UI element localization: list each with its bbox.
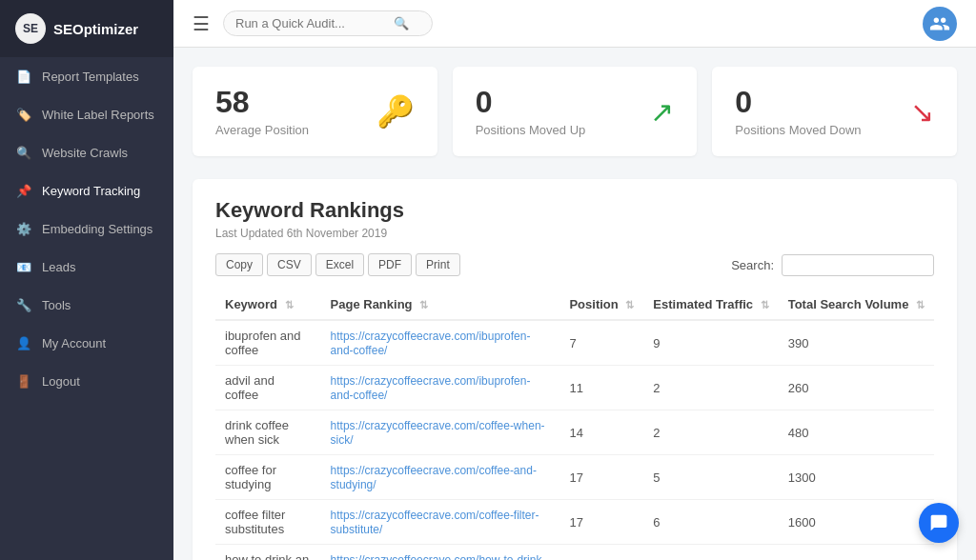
sidebar-label-report-templates: Report Templates [42, 70, 139, 84]
cell-traffic: 2 [643, 545, 778, 560]
sidebar-label-logout: Logout [42, 374, 80, 389]
ranking-link[interactable]: https://crazycoffeecrave.com/how-to-drin… [331, 553, 546, 560]
website-crawls-icon: 🔍 [15, 144, 32, 161]
table-row: coffee filter substitutes https://crazyc… [215, 500, 934, 545]
stat-info-positions-down: 0 Positions Moved Down [735, 86, 861, 137]
sidebar-item-logout[interactable]: 🚪 Logout [0, 362, 173, 400]
stat-info-avg-position: 58 Average Position [215, 86, 309, 137]
logo-area: SE SEOptimizer [0, 0, 173, 57]
user-avatar[interactable] [923, 7, 957, 41]
table-row: drink coffee when sick https://crazycoff… [215, 410, 934, 455]
cell-keyword: drink coffee when sick [215, 410, 321, 455]
ranking-link[interactable]: https://crazycoffeecrave.com/coffee-and-… [331, 464, 537, 491]
export-csv-button[interactable]: CSV [267, 253, 312, 276]
main-area: ☰ 🔍 58 Average Position 🔑 0 Positions Mo… [173, 0, 976, 560]
tools-icon: 🔧 [15, 296, 32, 313]
cell-position: 34 [559, 545, 643, 560]
sort-icon-page-ranking[interactable]: ⇅ [419, 299, 428, 310]
cell-traffic: 6 [643, 500, 778, 545]
search-input[interactable] [235, 16, 388, 30]
key-icon: 🔑 [376, 93, 415, 130]
cell-position: 14 [559, 410, 643, 455]
search-bar: 🔍 [223, 10, 433, 36]
sidebar-item-embedding-settings[interactable]: ⚙️ Embedding Settings [0, 210, 173, 248]
cell-page-ranking: https://crazycoffeecrave.com/coffee-when… [321, 410, 560, 455]
search-label: Search: [731, 258, 774, 272]
col-header-position: Position ⇅ [559, 290, 643, 320]
ranking-link[interactable]: https://crazycoffeecrave.com/coffee-filt… [331, 509, 539, 536]
stat-label-positions-down: Positions Moved Down [735, 123, 861, 137]
arrow-up-icon: ↗ [650, 95, 674, 129]
table-head: Keyword ⇅Page Ranking ⇅Position ⇅Estimat… [215, 290, 934, 320]
cell-traffic: 2 [643, 366, 778, 410]
embedding-settings-icon: ⚙️ [15, 220, 32, 237]
sidebar-label-keyword-tracking: Keyword Tracking [42, 184, 140, 198]
table-row: coffee for studying https://crazycoffeec… [215, 455, 934, 500]
ranking-link[interactable]: https://crazycoffeecrave.com/coffee-when… [331, 419, 545, 447]
sidebar-label-leads: Leads [42, 260, 75, 274]
leads-icon: 📧 [15, 258, 32, 275]
sidebar-item-my-account[interactable]: 👤 My Account [0, 324, 173, 362]
sidebar-label-embedding-settings: Embedding Settings [42, 222, 152, 236]
cell-keyword: how to drink an espresso [215, 545, 321, 560]
sidebar-label-website-crawls: Website Crawls [42, 146, 128, 160]
content-area: 58 Average Position 🔑 0 Positions Moved … [173, 48, 976, 560]
sidebar-item-report-templates[interactable]: 📄 Report Templates [0, 57, 173, 95]
sidebar-label-tools: Tools [42, 298, 71, 312]
table-search-input[interactable] [782, 254, 934, 276]
cell-traffic: 9 [643, 320, 778, 366]
export-pdf-button[interactable]: PDF [368, 253, 412, 276]
export-excel-button[interactable]: Excel [315, 253, 364, 276]
header-right [923, 7, 957, 41]
sidebar-item-website-crawls[interactable]: 🔍 Website Crawls [0, 133, 173, 171]
table-body: ibuprofen and coffee https://crazycoffee… [215, 320, 934, 560]
rankings-section: Keyword Rankings Last Updated 6th Novemb… [193, 179, 957, 560]
stat-label-positions-up: Positions Moved Up [476, 123, 586, 137]
stat-card-positions-down: 0 Positions Moved Down ↘ [712, 67, 957, 156]
cell-traffic: 2 [643, 410, 778, 455]
cell-page-ranking: https://crazycoffeecrave.com/ibuprofen-a… [321, 320, 560, 366]
sidebar-item-tools[interactable]: 🔧 Tools [0, 286, 173, 324]
cell-volume: 480 [779, 410, 934, 455]
sort-icon-estimated-traffic[interactable]: ⇅ [761, 299, 769, 310]
cell-position: 17 [559, 455, 643, 500]
sidebar-item-white-label-reports[interactable]: 🏷️ White Label Reports [0, 95, 173, 133]
my-account-icon: 👤 [15, 334, 32, 351]
table-controls: CopyCSVExcelPDFPrint Search: [215, 253, 934, 276]
cell-page-ranking: https://crazycoffeecrave.com/ibuprofen-a… [321, 366, 560, 410]
cell-page-ranking: https://crazycoffeecrave.com/how-to-drin… [321, 545, 560, 560]
col-header-total-search-volume: Total Search Volume ⇅ [779, 290, 934, 320]
stat-number-avg-position: 58 [215, 86, 309, 119]
logout-icon: 🚪 [15, 372, 32, 390]
header: ☰ 🔍 [173, 0, 976, 48]
sidebar-item-keyword-tracking[interactable]: 📌 Keyword Tracking [0, 171, 173, 210]
cell-position: 17 [559, 500, 643, 545]
stat-cards: 58 Average Position 🔑 0 Positions Moved … [193, 67, 957, 156]
report-templates-icon: 📄 [15, 68, 32, 85]
sort-icon-total-search-volume[interactable]: ⇅ [916, 299, 925, 310]
sidebar-item-leads[interactable]: 📧 Leads [0, 248, 173, 286]
cell-volume: 260 [779, 366, 934, 410]
cell-volume: 390 [779, 320, 934, 366]
keyword-tracking-icon: 📌 [15, 182, 32, 199]
table-search-control: Search: [731, 254, 934, 276]
cell-volume: 1600 [779, 500, 934, 545]
cell-position: 11 [559, 366, 643, 410]
white-label-reports-icon: 🏷️ [15, 106, 32, 123]
sort-icon-keyword[interactable]: ⇅ [285, 299, 294, 310]
ranking-link[interactable]: https://crazycoffeecrave.com/ibuprofen-a… [331, 374, 531, 402]
export-print-button[interactable]: Print [416, 253, 460, 276]
sidebar-label-my-account: My Account [42, 336, 106, 350]
cell-page-ranking: https://crazycoffeecrave.com/coffee-filt… [321, 500, 560, 545]
stat-info-positions-up: 0 Positions Moved Up [476, 86, 586, 137]
ranking-link[interactable]: https://crazycoffeecrave.com/ibuprofen-a… [331, 330, 531, 357]
sort-icon-position[interactable]: ⇅ [625, 299, 634, 310]
export-buttons: CopyCSVExcelPDFPrint [215, 253, 460, 276]
col-header-estimated-traffic: Estimated Traffic ⇅ [643, 290, 778, 320]
hamburger-menu[interactable]: ☰ [193, 12, 210, 35]
logo-icon: SE [15, 13, 46, 44]
arrow-down-icon: ↘ [910, 95, 934, 129]
rankings-subtitle: Last Updated 6th November 2019 [215, 227, 934, 240]
chat-bubble[interactable] [919, 503, 959, 543]
export-copy-button[interactable]: Copy [215, 253, 263, 276]
